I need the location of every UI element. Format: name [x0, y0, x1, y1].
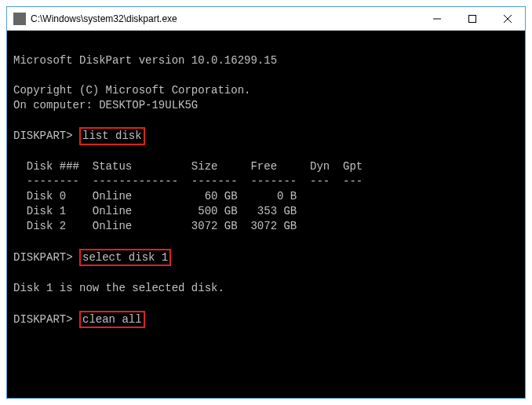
selected-line: Disk 1 is now the selected disk. [13, 282, 224, 294]
prompt: DISKPART> [13, 130, 79, 142]
prompt: DISKPART> [13, 313, 79, 326]
minimize-button[interactable] [419, 7, 454, 30]
version-line: Microsoft DiskPart version 10.0.16299.15 [13, 54, 277, 67]
maximize-button[interactable] [454, 7, 490, 30]
copyright-line: Copyright (C) Microsoft Corporation. [13, 84, 250, 97]
maximize-icon [468, 15, 476, 23]
disk-row-0: Disk 0 Online 60 GB 0 B [13, 190, 297, 202]
command-list-disk: list disk [79, 127, 145, 144]
disk-table-divider: -------- ------------- ------- ------- -… [13, 175, 363, 188]
titlebar: C:\Windows\system32\diskpart.exe [7, 7, 525, 31]
minimize-icon [433, 15, 441, 23]
disk-row-2: Disk 2 Online 3072 GB 3072 GB [13, 220, 297, 232]
close-button[interactable] [490, 7, 525, 30]
close-icon [504, 15, 512, 23]
computer-line: On computer: DESKTOP-19ULK5G [13, 99, 198, 111]
disk-table-header: Disk ### Status Size Free Dyn Gpt [13, 160, 363, 173]
command-clean-all: clean all [79, 311, 145, 328]
terminal-output[interactable]: Microsoft DiskPart version 10.0.16299.15… [7, 31, 525, 398]
window-controls [419, 7, 525, 30]
command-select-disk: select disk 1 [79, 249, 171, 266]
disk-row-1: Disk 1 Online 500 GB 353 GB [13, 205, 297, 217]
diskpart-window: C:\Windows\system32\diskpart.exe Microso… [6, 6, 526, 399]
app-icon [13, 13, 26, 25]
svg-rect-1 [468, 15, 476, 22]
prompt: DISKPART> [13, 251, 79, 264]
window-title: C:\Windows\system32\diskpart.exe [31, 13, 419, 24]
